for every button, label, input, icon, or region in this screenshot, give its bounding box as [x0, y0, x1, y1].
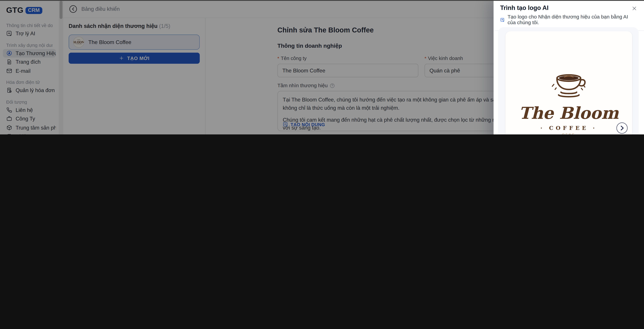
svg-text:AI: AI: [502, 19, 503, 20]
drawer-title: Trình tạo logo AI: [500, 4, 638, 11]
app-root: GTG CRM Thông tin chi tiết về doanh nAIT…: [0, 0, 644, 134]
logo-subtitle: · COFFEE ·: [540, 125, 597, 131]
coffee-cup-illustration: [544, 68, 593, 103]
chevron-right-icon: [617, 123, 627, 133]
logo-carousel: The Bloom · COFFEE · — · OFNE · —: [498, 27, 638, 134]
generated-logo-preview[interactable]: The Bloom · COFFEE · — · OFNE · —: [506, 31, 632, 134]
close-button[interactable]: [631, 6, 638, 12]
logo-tagline: — · OFNE · —: [551, 132, 586, 134]
drawer-subtitle: AI Tạo logo cho Nhận diện thương hiệu củ…: [500, 14, 638, 26]
window-top-edge: [0, 0, 644, 1]
logo-wordmark: The Bloom: [519, 105, 619, 121]
dim-overlay[interactable]: [0, 0, 494, 134]
drawer-header: Trình tạo logo AI AI Tạo logo cho Nhận d…: [494, 0, 644, 31]
close-icon: [631, 6, 638, 12]
ai-logo-drawer: Trình tạo logo AI AI Tạo logo cho Nhận d…: [494, 0, 644, 134]
next-logo-button[interactable]: [616, 122, 628, 134]
ai-sparkle-icon: AI: [500, 17, 505, 22]
